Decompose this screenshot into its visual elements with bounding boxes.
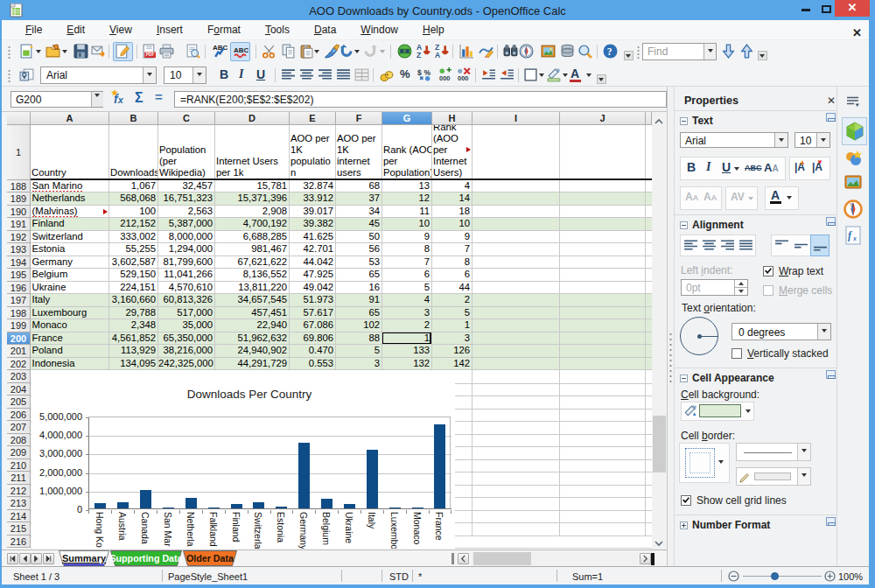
svg-text:Supporting Data: Supporting Data [110,553,182,564]
svg-text:000: 000 [439,74,450,82]
svg-text:000: 000 [458,74,468,82]
svg-text:A: A [435,51,440,59]
svg-text:Z: Z [416,51,421,59]
svg-text:N: N [850,202,854,207]
svg-text:PDF: PDF [146,52,155,57]
svg-text:%: % [424,68,430,77]
svg-text:$: $ [417,68,422,77]
svg-text:x: x [852,234,857,242]
svg-text:ABC: ABC [213,44,228,52]
svg-text:ABC: ABC [234,46,248,54]
svg-text:?: ? [607,46,612,58]
svg-text:Older Data: Older Data [186,553,234,564]
svg-text:Summary: Summary [62,553,107,564]
